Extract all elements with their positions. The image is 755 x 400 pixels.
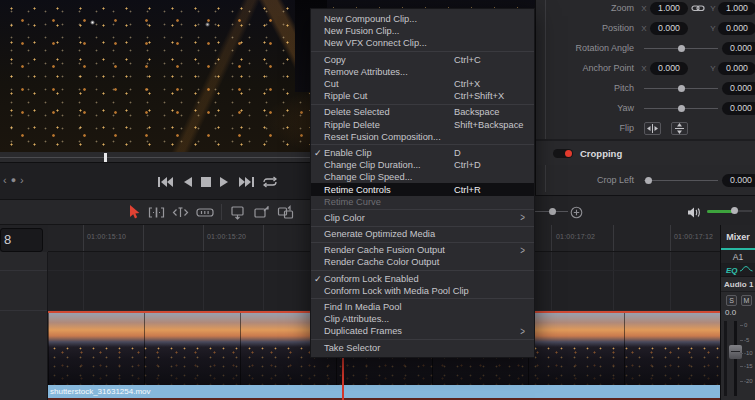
fader-scale-label: -20 (740, 378, 753, 384)
zoom-plus-icon[interactable] (570, 205, 583, 223)
timeline-zoom-handle[interactable] (549, 208, 556, 215)
angle-left-icon[interactable]: ‹ (3, 175, 7, 185)
menu-item-clip-color[interactable]: Clip Color> (311, 212, 534, 224)
slider-handle[interactable] (678, 45, 685, 52)
cropping-section-header[interactable]: Cropping (536, 141, 755, 165)
menu-item-ripple-delete[interactable]: Ripple DeleteShift+Backspace (311, 119, 534, 131)
slider-yaw[interactable] (644, 104, 718, 112)
slider-handle[interactable] (645, 177, 652, 184)
menu-item-render-cache-color-output[interactable]: Render Cache Color Output (311, 256, 534, 268)
menu-item-label: Retime Curve (324, 197, 381, 207)
menu-item-retime-controls[interactable]: Retime ControlsCtrl+R (311, 183, 534, 195)
value-field-x[interactable]: 1.000 (650, 2, 688, 15)
menu-item-render-cache-fusion-output[interactable]: Render Cache Fusion Output> (311, 244, 534, 256)
flip-vertical-icon[interactable] (671, 122, 688, 135)
menu-item-enable-clip[interactable]: ✓Enable ClipD (311, 147, 534, 159)
track-gridline (670, 252, 671, 311)
selection-tool-icon[interactable] (129, 205, 141, 220)
ruler-tick (670, 225, 671, 252)
slider-crop-left[interactable] (644, 176, 718, 184)
menu-item-remove-attributes[interactable]: Remove Attributes... (311, 66, 534, 78)
menu-item-find-in-media-pool[interactable]: Find In Media Pool (311, 301, 534, 313)
menu-item-change-clip-duration[interactable]: Change Clip Duration...Ctrl+D (311, 159, 534, 171)
transport-buttons (158, 176, 277, 188)
menu-item-take-selector[interactable]: Take Selector (311, 342, 534, 354)
toolbar-divider (221, 204, 222, 220)
eq-label: EQ (726, 266, 738, 275)
menu-item-cut[interactable]: CutCtrl+X (311, 78, 534, 90)
mixer-eq-row[interactable]: EQ (721, 264, 755, 277)
slider-handle[interactable] (678, 85, 685, 92)
cropping-toggle[interactable] (553, 149, 573, 158)
mute-button[interactable]: M (741, 295, 752, 306)
menu-item-reset-fusion-composition[interactable]: Reset Fusion Composition... (311, 131, 534, 143)
fader-scale-tick (740, 366, 743, 367)
submenu-arrow-icon: > (520, 212, 525, 224)
menu-item-duplicated-frames[interactable]: Duplicated Frames> (311, 325, 534, 337)
slider-rotation-angle[interactable] (644, 44, 718, 52)
play-reverse-icon[interactable] (182, 176, 192, 188)
value-field-y[interactable]: 0.000 (718, 22, 755, 35)
menu-item-label: Generate Optimized Media (324, 229, 435, 239)
viewer-playhead[interactable] (104, 153, 107, 162)
dot-icon[interactable]: ● (11, 175, 16, 185)
overwrite-clip-icon[interactable] (253, 205, 270, 220)
tab-mixer[interactable]: Mixer (721, 225, 755, 250)
marker-nav: ‹ ● › (3, 175, 24, 185)
audio-clip-bar[interactable]: shutterstock_31631254.mov (48, 385, 720, 400)
fader-scale-label: -5 (740, 337, 749, 343)
speaker-icon[interactable] (687, 205, 701, 223)
menu-item-delete-selected[interactable]: Delete SelectedBackspace (311, 106, 534, 118)
value-field[interactable]: 0.000 (722, 82, 755, 95)
track-divider (0, 310, 47, 311)
menu-item-clip-attributes[interactable]: Clip Attributes... (311, 313, 534, 325)
razor-tool-icon[interactable] (196, 205, 214, 220)
flip-horizontal-icon[interactable] (644, 122, 661, 135)
angle-right-icon[interactable]: › (20, 175, 24, 185)
menu-item-conform-lock-enabled[interactable]: ✓Conform Lock Enabled (311, 273, 534, 285)
last-frame-icon[interactable] (239, 176, 254, 188)
play-forward-icon[interactable] (220, 176, 230, 188)
link-icon[interactable] (688, 2, 708, 14)
menu-item-new-vfx-connect-clip[interactable]: New VFX Connect Clip... (311, 37, 534, 49)
replace-clip-icon[interactable] (277, 205, 294, 220)
inspector-label: Flip (556, 123, 634, 133)
value-field[interactable]: 0.000 (722, 42, 755, 55)
city-light (90, 20, 95, 25)
value-field[interactable]: 0.000 (722, 102, 755, 115)
timeline-options-bar (535, 195, 755, 225)
first-frame-icon[interactable] (158, 176, 173, 188)
value-field-y[interactable]: 0.000 (718, 62, 755, 75)
menu-item-ripple-cut[interactable]: Ripple CutCtrl+Shift+X (311, 90, 534, 102)
ruler-tick (203, 225, 204, 252)
menu-item-conform-lock-with-media-pool-clip[interactable]: Conform Lock with Media Pool Clip (311, 285, 534, 297)
menu-item-label: Conform Lock with Media Pool Clip (324, 286, 469, 296)
menu-item-copy[interactable]: CopyCtrl+C (311, 54, 534, 66)
value-field-y[interactable]: 1.000 (718, 2, 755, 15)
menu-item-retime-curve[interactable]: Retime Curve (311, 196, 534, 208)
value-field-x[interactable]: 0.000 (650, 62, 688, 75)
value-field[interactable]: 0.000 (722, 174, 755, 187)
inspector-label: Position (556, 23, 634, 33)
menu-item-new-compound-clip[interactable]: New Compound Clip... (311, 13, 534, 25)
menu-item-new-fusion-clip[interactable]: New Fusion Clip... (311, 25, 534, 37)
x-axis-label: X (638, 64, 650, 73)
menu-item-label: Take Selector (324, 343, 380, 353)
submenu-arrow-icon: > (520, 325, 525, 337)
track-gridline (613, 252, 614, 311)
volume-slider-handle[interactable] (731, 207, 738, 214)
loop-icon[interactable] (263, 176, 277, 188)
inspector-label: Yaw (556, 103, 634, 113)
solo-button[interactable]: S (726, 295, 737, 306)
eq-curve-icon (740, 265, 753, 275)
dynamic-trim-icon[interactable] (172, 205, 189, 220)
menu-item-change-clip-speed[interactable]: Change Clip Speed... (311, 171, 534, 183)
insert-clip-icon[interactable] (229, 205, 246, 220)
slider-pitch[interactable] (644, 84, 718, 92)
menu-item-label: New Fusion Clip... (324, 26, 399, 36)
value-field-x[interactable]: 0.000 (650, 22, 688, 35)
stop-icon[interactable] (201, 176, 211, 188)
menu-item-generate-optimized-media[interactable]: Generate Optimized Media (311, 228, 534, 240)
slider-handle[interactable] (678, 105, 685, 112)
trim-edit-mode-icon[interactable] (148, 205, 165, 220)
